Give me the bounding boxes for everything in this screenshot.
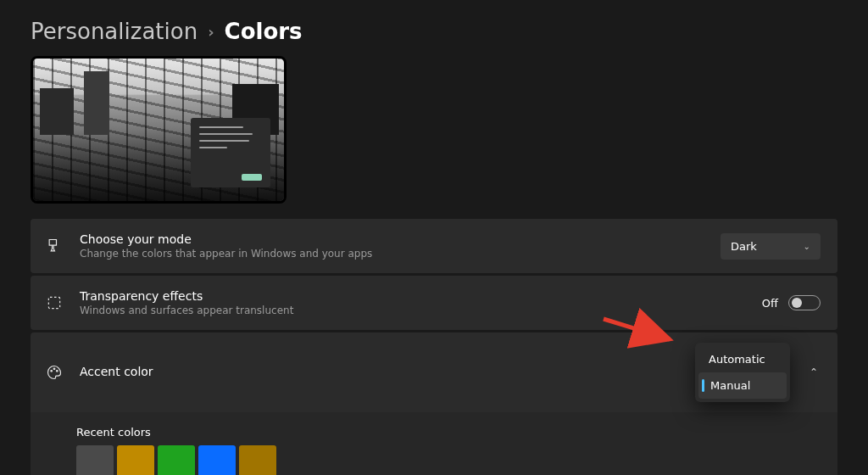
mode-title: Choose your mode: [80, 232, 721, 246]
color-swatch-3[interactable]: [198, 445, 236, 475]
color-swatch-4[interactable]: [239, 445, 276, 475]
accent-color-row[interactable]: Accent color Automatic Manual ⌃: [31, 332, 837, 412]
recent-colors-title: Recent colors: [76, 426, 821, 439]
theme-preview-tile: [31, 56, 287, 204]
transparency-icon: [44, 293, 64, 313]
chevron-down-icon: ⌄: [804, 242, 810, 251]
palette-icon: [44, 362, 64, 383]
transparency-title: Transparency effects: [80, 289, 762, 303]
transparency-state-label: Off: [762, 297, 778, 310]
recent-colors-swatches: [76, 445, 821, 475]
transparency-toggle[interactable]: [788, 295, 821, 310]
svg-point-2: [53, 368, 55, 370]
color-swatch-0[interactable]: [76, 445, 114, 475]
chevron-up-icon[interactable]: ⌃: [807, 366, 821, 378]
svg-rect-0: [48, 297, 59, 308]
breadcrumb-current: Colors: [225, 19, 303, 44]
breadcrumb: Personalization › Colors: [0, 0, 868, 56]
choose-your-mode-row[interactable]: Choose your mode Change the colors that …: [31, 219, 837, 273]
accent-option-automatic[interactable]: Automatic: [698, 346, 787, 372]
svg-point-3: [57, 371, 58, 372]
color-swatch-1[interactable]: [117, 445, 154, 475]
breadcrumb-parent[interactable]: Personalization: [31, 19, 198, 44]
brush-icon: [44, 236, 64, 256]
accent-expanded-panel: Recent colors: [31, 412, 837, 475]
accent-option-manual[interactable]: Manual: [698, 372, 787, 399]
accent-dropdown-menu[interactable]: Automatic Manual: [695, 343, 790, 402]
mode-desc: Change the colors that appear in Windows…: [80, 248, 721, 260]
transparency-desc: Windows and surfaces appear translucent: [80, 305, 762, 316]
color-swatch-2[interactable]: [158, 445, 195, 475]
window-preview: [191, 118, 270, 187]
accent-title: Accent color: [80, 365, 695, 378]
chevron-right-icon: ›: [208, 23, 214, 41]
mode-dropdown[interactable]: Dark ⌄: [721, 233, 821, 260]
transparency-row[interactable]: Transparency effects Windows and surface…: [31, 276, 837, 330]
svg-point-1: [51, 371, 53, 372]
mode-dropdown-value: Dark: [731, 240, 757, 253]
